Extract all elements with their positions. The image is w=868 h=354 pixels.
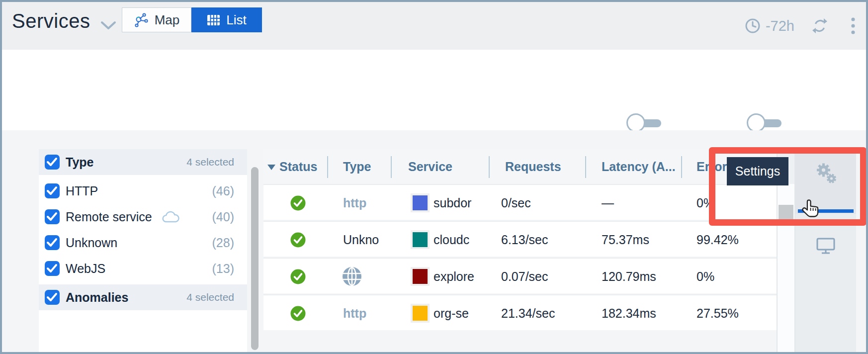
item-count: (13) [212, 256, 234, 281]
chevron-down-icon[interactable] [100, 21, 116, 30]
latency-value: 182.34ms [602, 295, 656, 331]
requests-value: 0.07/sec [501, 259, 548, 294]
monitor-icon [816, 238, 835, 255]
map-graph-icon [134, 12, 149, 27]
column-separator [391, 156, 392, 178]
map-button-label: Map [155, 12, 180, 28]
section-label: Anomalies [66, 284, 128, 310]
latency-value: 120.79ms [602, 259, 656, 294]
table-row[interactable]: Unkno cloudc 6.13/sec 75.37ms 99.42% [263, 221, 777, 257]
item-label: WebJS [66, 256, 105, 281]
item-label: Remote service [66, 204, 152, 230]
type-section-header[interactable]: Type 4 selected [39, 149, 247, 175]
filter-sidebar: Type 4 selected HTTP (46) Remote service… [39, 149, 247, 352]
cursor-pointer-icon [800, 198, 823, 221]
section-label: Type [66, 149, 94, 175]
refresh-icon[interactable] [811, 17, 828, 34]
requests-value: 6.13/sec [501, 222, 548, 258]
table-row[interactable]: explore 0.07/sec 120.79ms 0% [263, 258, 777, 293]
checkbox-checked[interactable] [45, 155, 60, 170]
time-range-value[interactable]: -72h [766, 18, 794, 34]
column-header-status[interactable]: Status [279, 149, 317, 184]
kebab-menu-icon[interactable] [851, 17, 855, 35]
table-row[interactable]: http org-se 21.34/sec 182.34ms 27.55% [263, 294, 777, 330]
status-ok-icon [290, 269, 306, 287]
service-name[interactable]: subdor [434, 185, 491, 221]
column-header-requests[interactable]: Requests [505, 149, 561, 184]
services-screen: Services Map List [0, 0, 868, 354]
highlight-annotation-box [709, 147, 867, 226]
list-view-button[interactable]: List [191, 7, 262, 32]
filter-bar: Appl... Envir... * Service Name Hide rem… [2, 50, 866, 130]
service-type: Unkno [343, 222, 393, 258]
item-label: Unknown [66, 230, 117, 256]
list-grid-icon [207, 14, 220, 26]
top-bar: Services Map List [2, 2, 866, 50]
selected-count: 4 selected [186, 284, 234, 310]
sidebar-item-webjs[interactable]: WebJS (13) [39, 256, 247, 281]
status-ok-icon [290, 232, 306, 251]
content-area: Type 4 selected HTTP (46) Remote service… [2, 130, 866, 352]
service-color-swatch [413, 269, 428, 284]
sidebar-item-unknown[interactable]: Unknown (28) [39, 230, 247, 256]
item-count: (28) [212, 230, 234, 256]
service-color-swatch [413, 232, 428, 247]
latency-value: — [602, 185, 614, 221]
sort-desc-icon [267, 165, 275, 170]
latency-value: 75.37ms [602, 222, 649, 258]
requests-value: 21.34/sec [501, 295, 555, 331]
selected-count: 4 selected [186, 149, 234, 175]
table-row[interactable]: http subdor 0/sec — 0% [263, 184, 777, 220]
sidebar-item-http[interactable]: HTTP (46) [39, 178, 247, 204]
error-value: 99.42% [696, 222, 739, 258]
view-toggle: Map List [122, 7, 262, 32]
column-header-service[interactable]: Service [408, 149, 452, 184]
checkbox-checked[interactable] [45, 235, 60, 250]
map-view-button[interactable]: Map [122, 7, 191, 32]
column-separator [327, 156, 328, 178]
checkbox-checked[interactable] [45, 183, 60, 198]
status-ok-icon [290, 306, 306, 324]
column-separator [681, 156, 682, 178]
top-bar-actions: -72h [745, 2, 855, 50]
service-color-swatch [413, 195, 428, 210]
column-header-latency[interactable]: Latency (A... [602, 149, 676, 184]
requests-value: 0/sec [501, 185, 531, 221]
service-type: http [343, 295, 393, 331]
service-name[interactable]: org-se [434, 295, 491, 331]
service-color-swatch [413, 306, 428, 321]
column-separator [585, 156, 586, 178]
page-title[interactable]: Services [12, 10, 90, 32]
error-value: 27.55% [696, 295, 739, 331]
item-label: HTTP [66, 178, 98, 204]
error-value: 0% [696, 259, 714, 294]
anomalies-section-header[interactable]: Anomalies 4 selected [39, 284, 247, 310]
monitor-tab-button[interactable] [795, 229, 856, 264]
services-table: Status Type Service Requests Latency (A.… [263, 149, 777, 352]
clock-icon[interactable] [745, 18, 761, 34]
sidebar-scrollbar[interactable] [251, 167, 259, 350]
service-name[interactable]: cloudc [434, 222, 491, 258]
item-count: (40) [212, 204, 234, 230]
column-separator [489, 156, 490, 178]
column-header-type[interactable]: Type [343, 149, 371, 184]
service-type: http [343, 185, 393, 221]
checkbox-checked[interactable] [45, 290, 60, 305]
item-count: (46) [212, 178, 234, 204]
globe-icon [342, 266, 362, 289]
table-header: Status Type Service Requests Latency (A.… [263, 149, 777, 184]
cloud-icon [161, 210, 180, 224]
list-button-label: List [226, 12, 246, 28]
checkbox-checked[interactable] [45, 261, 60, 276]
status-ok-icon [290, 195, 306, 214]
sidebar-item-remote-service[interactable]: Remote service (40) [39, 204, 247, 230]
checkbox-checked[interactable] [45, 209, 60, 224]
service-name[interactable]: explore [434, 259, 491, 294]
